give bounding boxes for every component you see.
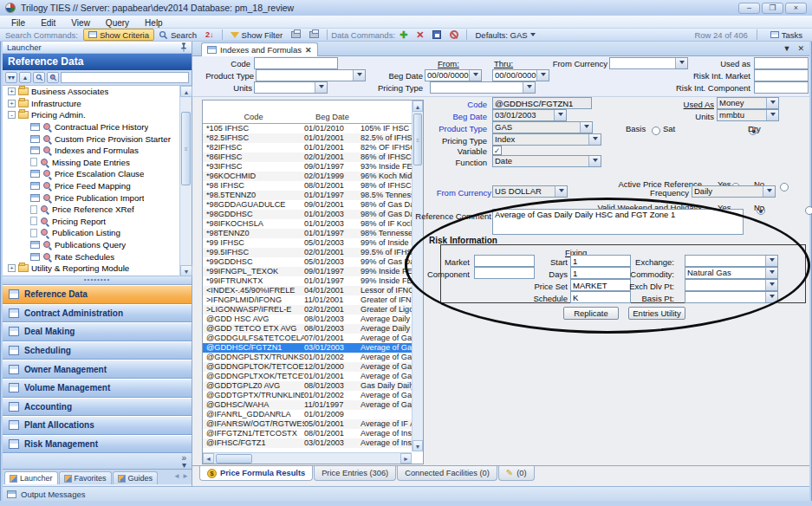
basis-pt-select[interactable] [685, 291, 778, 303]
table-row[interactable]: *99IFNGPL_TEXOK09/01/199799% Inside FEF [203, 267, 412, 276]
tasks-button[interactable]: Tasks [766, 29, 807, 41]
module-accounting[interactable]: Accounting [3, 398, 192, 417]
used-as-input[interactable] [754, 57, 809, 69]
detail-used-as-select[interactable]: Money [717, 97, 779, 109]
chevron-down-icon[interactable] [523, 82, 535, 93]
module-scheduling[interactable]: Scheduling [3, 341, 192, 360]
collapse-toggle-icon[interactable]: - [8, 111, 16, 119]
save-button[interactable] [428, 29, 445, 41]
beg-date-thru-select[interactable]: 00/00/0000 [492, 69, 549, 81]
module-plant-allocations[interactable]: Plant Allocations [3, 416, 192, 435]
table-row[interactable]: @GDD HSC AVG08/01/2003Average Daily [203, 315, 412, 324]
modules-overflow[interactable]: »▾ [3, 454, 192, 470]
chevron-down-icon[interactable] [675, 58, 687, 68]
chevron-down-icon[interactable] [765, 280, 777, 290]
detail-used-as-label[interactable]: Used As [678, 99, 714, 110]
menu-help[interactable]: Help [137, 18, 171, 28]
tree-item-indexes-and-formulas[interactable]: Indexes and Formulas [3, 145, 192, 157]
tab-0[interactable]: ✎(0) [498, 466, 535, 481]
launcher-tab-launcher[interactable]: Launcher [4, 471, 58, 484]
panel-splitter[interactable]: •••••••• [3, 276, 192, 285]
detail-from-currency-select[interactable]: US DOLLAR [492, 185, 568, 198]
tree-item-utility-reporting-module[interactable]: +Utility & Reporting Module [3, 263, 192, 275]
chevron-down-icon[interactable] [765, 268, 777, 278]
table-row[interactable]: @GDDGULFS&TETCOELA07/01/2001Average of G… [203, 334, 412, 343]
module-owner-management[interactable]: Owner Management [3, 360, 192, 379]
close-button[interactable]: × [785, 3, 807, 14]
tree-item-price-reference-xref[interactable]: Price Reference XRef [3, 204, 192, 216]
menu-edit[interactable]: Edit [33, 18, 63, 28]
tab-price-entries-306[interactable]: Price Entries (306) [314, 466, 396, 481]
menu-query[interactable]: Query [98, 18, 137, 28]
start-input[interactable] [570, 255, 631, 267]
minimize-button[interactable]: – [738, 3, 760, 14]
scroll-down-icon[interactable]: ▼ [180, 265, 192, 276]
replicate-button[interactable]: Replicate [563, 307, 619, 320]
tree-item-contractual-price-history[interactable]: Contractual Price History [3, 121, 192, 133]
module-reference-data[interactable]: Reference Data [3, 285, 192, 304]
detail-units-select[interactable]: mmbtu [717, 109, 779, 121]
table-row[interactable]: >IFNGPLMID/IFONG11/01/2001Greater of IFN [203, 295, 412, 305]
table-row[interactable]: >LIGONWASP/IFREL-E02/01/2001Greater of L… [203, 305, 412, 315]
table-row[interactable]: *105 IFHSC01/01/2010105% IF HSC [203, 124, 412, 133]
table-row[interactable]: @GDDNGPLTXOK/TETCETX01/01/2001Average of… [203, 372, 412, 381]
print-button[interactable] [287, 29, 305, 41]
expand-toggle-icon[interactable]: + [8, 264, 16, 272]
exch-dlv-pt-select[interactable] [685, 279, 778, 291]
function-select[interactable]: Date [492, 155, 601, 167]
scroll-left-icon[interactable]: ◄ [203, 453, 214, 464]
tree-item-pricing-report[interactable]: Pricing Report [3, 216, 192, 228]
scrollbar-thumb[interactable]: ≡ [413, 114, 422, 165]
tree-item-price-escalation-clause[interactable]: Price Escalation Clause [3, 168, 192, 180]
chevron-down-icon[interactable] [766, 110, 778, 120]
column-header-description[interactable] [361, 112, 412, 123]
table-row[interactable]: *86IFHSC02/01/200186% of IFHSC [203, 152, 412, 162]
scroll-right-icon[interactable]: ► [400, 453, 412, 464]
column-header-code[interactable]: Code [203, 112, 304, 123]
column-header-beg-date[interactable]: Beg Date [304, 112, 361, 123]
pin-icon[interactable] [180, 42, 187, 52]
tree-item-infrastructure[interactable]: +Infrastructure [3, 98, 192, 110]
basis-sat-radio[interactable] [652, 126, 660, 135]
chevron-down-icon[interactable] [588, 134, 601, 145]
chevron-down-icon[interactable] [580, 122, 592, 133]
days-input[interactable] [570, 267, 631, 279]
product-type-select[interactable] [256, 69, 366, 81]
table-row[interactable]: *93IFHSC09/01/199793% Inside FEF [203, 162, 412, 172]
tree-search-button[interactable] [33, 72, 45, 83]
table-row[interactable]: @GDDNGPLSTX/TRUNKSTX01/01/2002Average of… [203, 353, 412, 362]
chevron-down-icon[interactable] [353, 70, 365, 81]
detail-beg-date-label[interactable]: Beg Date [448, 111, 487, 122]
table-row[interactable]: *98IFKOCHSLA01/01/200398% of IF Koch [203, 219, 412, 229]
module-risk-management[interactable]: Risk Management [3, 435, 192, 454]
tree-item-price-publication-import[interactable]: Price Publication Import [3, 191, 192, 204]
tree-item-custom-price-provision-starter[interactable]: Custom Price Provision Starter [3, 133, 192, 145]
menu-file[interactable]: File [3, 18, 33, 28]
table-row[interactable]: @GDHSC/WAHA11/01/1997Average of Ga [203, 400, 412, 410]
table-row[interactable]: *99IFTRUNKTX01/01/199799% Inside FEF [203, 276, 412, 286]
expand-toggle-icon[interactable]: + [8, 88, 16, 95]
from-currency-select[interactable] [609, 57, 688, 69]
chevron-down-icon[interactable] [766, 98, 778, 108]
table-row[interactable]: *98TENNZ001/01/199798% Tennesse [203, 229, 412, 238]
table-row[interactable]: *98.5TENNZ001/01/199798.5% Tenness [203, 191, 412, 200]
module-contract-administration[interactable]: Contract Administration [3, 304, 192, 323]
table-row[interactable]: *98 IFHSC08/01/200198% of IFHSC [203, 181, 412, 191]
schedule-input[interactable] [570, 291, 631, 303]
chevron-down-icon[interactable] [469, 70, 481, 81]
chevron-down-icon[interactable] [765, 256, 777, 266]
print-preview-button[interactable] [305, 29, 323, 41]
tree-item-pricing-admin[interactable]: -Pricing Admin. [3, 109, 192, 121]
chevron-down-icon[interactable]: ▼ [783, 44, 791, 53]
chevron-down-icon[interactable] [763, 186, 775, 197]
table-row[interactable]: @IFHSC/FGTZ103/01/2003Average of Ins [203, 438, 412, 448]
detail-code-label[interactable]: Code [444, 99, 487, 110]
table-row[interactable]: @IFANRL_GDDANRLA01/01/2009 [203, 410, 412, 419]
commodity-select[interactable]: Natural Gas [685, 267, 778, 279]
chevron-down-icon[interactable] [588, 156, 601, 166]
tab-scroll-arrows[interactable]: ◄ ► [173, 472, 189, 480]
close-icon[interactable]: ✕ [797, 44, 804, 53]
tree-scrollbar[interactable]: ▲ ≡ ▼ [179, 86, 192, 276]
chevron-down-icon[interactable] [554, 110, 566, 120]
table-row[interactable]: *99 IFHSC05/01/200399% of Inside F [203, 238, 412, 248]
